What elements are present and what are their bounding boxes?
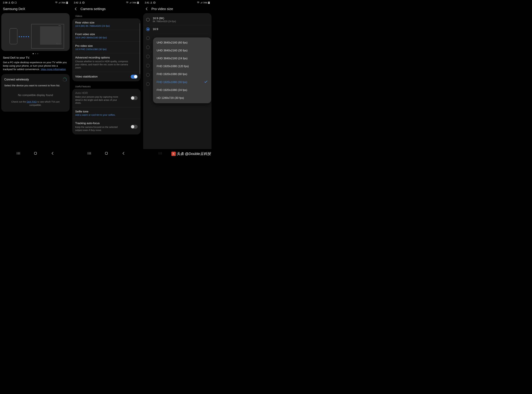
svg-rect-13: [137, 2, 139, 4]
dex-illustration-card[interactable]: ||| ▭ ◁: [1, 13, 70, 51]
radio-option-16-9[interactable]: 16:9: [143, 25, 211, 33]
video-stabilization-switch[interactable]: [131, 75, 138, 79]
wifi-icon: [126, 2, 129, 4]
pager-dot[interactable]: [37, 53, 38, 54]
dex-section-title: Send DeX to your TV.: [3, 56, 68, 59]
battery-percent: 74%: [203, 1, 207, 4]
setting-pro-video-size[interactable]: Pro video size 16:9 FHD 1920x1080 (30 fp…: [72, 41, 141, 53]
battery-icon: [137, 1, 139, 4]
settings-shortcut-icon: [15, 2, 17, 4]
back-button[interactable]: [50, 151, 55, 156]
status-time: 2:38: [3, 1, 7, 4]
wifi-icon: [55, 2, 58, 4]
pager-dot[interactable]: [35, 53, 36, 54]
back-icon[interactable]: [145, 7, 148, 11]
setting-video-stabilization[interactable]: Video stabilization: [72, 72, 141, 81]
home-button[interactable]: [104, 151, 109, 156]
scrollbar[interactable]: [140, 23, 140, 74]
back-icon[interactable]: [74, 7, 78, 11]
svg-rect-23: [209, 1, 209, 2]
watermark: 头 头条 @Double豆科技: [172, 151, 211, 156]
recents-button[interactable]: [158, 151, 162, 156]
svg-rect-9: [34, 152, 37, 155]
watermark-badge-icon: 头: [172, 152, 176, 156]
setting-front-video-size[interactable]: Front video size 16:9 UHD 3840x2160 (60 …: [72, 30, 141, 41]
page-title: Pro video size: [151, 7, 173, 11]
back-button[interactable]: [121, 151, 126, 156]
page-title: Camera settings: [80, 7, 106, 11]
connect-wireless-sub: Select the device you want to connect to…: [4, 84, 67, 87]
radio-icon[interactable]: [146, 18, 150, 21]
android-nav-bar: [71, 149, 142, 158]
svg-rect-14: [138, 1, 138, 2]
battery-percent: 74%: [132, 1, 136, 4]
check-icon: [204, 80, 208, 84]
svg-rect-2: [15, 2, 16, 3]
status-bar: 2:38 75%: [0, 0, 71, 5]
pager-dots[interactable]: [1, 53, 70, 54]
battery-percent: 75%: [61, 1, 66, 4]
signal-icon: [58, 2, 61, 4]
dex-faq-link[interactable]: DeX FAQ: [27, 100, 37, 103]
battery-icon: [208, 1, 210, 4]
radio-icon[interactable]: [146, 27, 150, 31]
status-time: 2:41: [145, 1, 149, 4]
dnd-icon: [11, 1, 14, 4]
battery-icon: [66, 1, 68, 4]
svg-rect-22: [208, 2, 209, 4]
status-bar: 2:41 74%: [142, 0, 213, 5]
radio-option-8k[interactable]: 16:9 (8K) 8K 7680x4320 (24 fps): [143, 15, 211, 25]
connect-card: Connect wirelessly Select the device you…: [1, 74, 70, 112]
setting-rear-video-size[interactable]: Rear video size 16:9 (8K) 8K 7680x4320 (…: [72, 18, 141, 30]
setting-selfie-tone[interactable]: Selfie tone Add a warm or cool tint to y…: [72, 107, 141, 119]
signal-icon: [129, 2, 131, 4]
loading-spinner-icon: [63, 78, 67, 82]
download-icon: [150, 1, 152, 4]
section-useful: Useful features: [72, 83, 141, 89]
android-nav-bar: [0, 149, 71, 158]
phone-pro-video-size: 2:41 74% Pro video size 16:9 (8K) 8K 768…: [142, 0, 213, 158]
dnd-icon: [82, 1, 84, 4]
recents-button[interactable]: [87, 151, 92, 156]
section-videos: Videos: [72, 13, 141, 18]
setting-auto-hdr[interactable]: Auto HDR Make your pictures pop by captu…: [72, 89, 141, 107]
auto-hdr-switch[interactable]: [131, 96, 138, 100]
popup-option[interactable]: FHD 1920x1080 (24 fps): [153, 86, 211, 94]
popup-option[interactable]: UHD 3840x2160 (24 fps): [153, 55, 211, 62]
popup-option[interactable]: UHD 3840x2160 (30 fps): [153, 47, 211, 55]
home-button[interactable]: [33, 151, 38, 156]
setting-tracking-autofocus[interactable]: Tracking auto-focus Keep the camera focu…: [72, 119, 141, 135]
svg-rect-4: [67, 2, 68, 4]
status-bar: 2:42 74%: [71, 0, 142, 5]
no-device-message: No compatible display found: [4, 93, 67, 97]
resolution-popup: UHD 3840x2160 (60 fps) UHD 3840x2160 (30…: [153, 37, 211, 103]
popup-option[interactable]: UHD 3840x2160 (60 fps): [153, 39, 211, 47]
illus-window-bar: [40, 25, 61, 26]
download-icon: [79, 1, 81, 4]
popup-option[interactable]: FHD 1920x1080 (120 fps): [153, 62, 211, 70]
tracking-autofocus-switch[interactable]: [131, 125, 138, 129]
signal-icon: [200, 2, 203, 4]
faq-message: Check out the DeX FAQ to see which TVs a…: [4, 100, 67, 107]
popup-option[interactable]: HD 1280x720 (30 fps): [153, 94, 211, 102]
popup-option-selected[interactable]: FHD 1920x1080 (30 fps): [153, 78, 211, 86]
pager-dot[interactable]: [33, 53, 34, 54]
wifi-icon: [197, 2, 199, 4]
videos-settings-card: Rear video size 16:9 (8K) 8K 7680x4320 (…: [72, 18, 141, 81]
setting-advanced-recording[interactable]: Advanced recording options Choose whethe…: [72, 53, 141, 72]
illus-connection-dots: [19, 36, 29, 37]
svg-rect-5: [67, 1, 67, 2]
illus-phone-icon: [10, 28, 17, 44]
popup-option[interactable]: FHD 1920x1080 (60 fps): [153, 70, 211, 78]
illus-window-icon: [40, 26, 61, 45]
phone-dex: 2:38 75% Samsung DeX ||| ▭ ◁: [0, 0, 71, 158]
status-time: 2:42: [74, 1, 78, 4]
illus-taskbar: ||| ▭ ◁: [56, 43, 62, 44]
download-icon: [8, 1, 10, 4]
page-title: Samsung DeX: [0, 5, 71, 13]
dex-section-body: Get a PC-style desktop experience on you…: [3, 61, 68, 71]
useful-features-card: Auto HDR Make your pictures pop by captu…: [72, 89, 141, 135]
view-more-link[interactable]: View more information: [41, 68, 66, 71]
recents-button[interactable]: [16, 151, 21, 156]
phone-camera-settings: 2:42 74% Camera settings Videos Rear vid…: [71, 0, 142, 158]
